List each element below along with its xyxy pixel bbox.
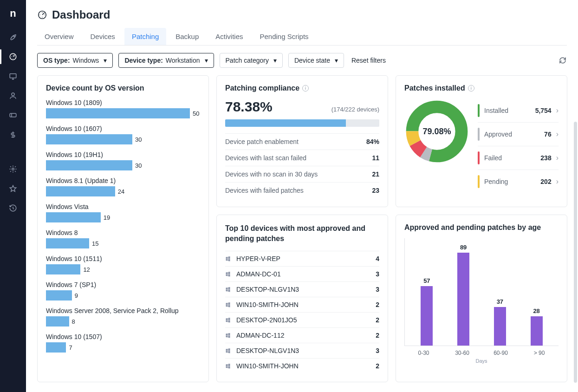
monitor-icon[interactable] [7, 71, 19, 82]
page-title: Dashboard [52, 8, 110, 21]
tab-backup[interactable]: Backup [168, 28, 206, 45]
windows-icon [225, 348, 232, 353]
os-label: Windows 8 [46, 229, 200, 236]
tab-overview[interactable]: Overview [37, 28, 81, 45]
patches-legend: Installed5,754›Approved76›Failed238›Pend… [478, 99, 559, 193]
stat-label: Device patch enablement [225, 138, 299, 145]
dashboard-title-icon [37, 10, 47, 20]
info-icon[interactable]: i [302, 85, 309, 91]
tab-pending-scripts[interactable]: Pending Scripts [252, 28, 316, 45]
os-value: 24 [118, 188, 124, 195]
os-version-row[interactable]: Windows 8.1 (Update 1)24 [46, 177, 200, 196]
refresh-icon[interactable] [559, 56, 567, 65]
legend-item-pending[interactable]: Pending202› [478, 170, 559, 193]
device-count: 3 [376, 286, 379, 293]
dollar-icon[interactable] [7, 129, 19, 140]
os-version-row[interactable]: Windows 10 (1607)30 [46, 125, 200, 144]
age-bar-chart: 57893728 0-3030-6060-90> 90 Days [404, 238, 559, 364]
compliance-percent: 78.38% [225, 99, 273, 115]
os-bar [46, 108, 190, 118]
scrollbar[interactable] [574, 122, 577, 383]
stat-label: Devices with last scan failed [225, 154, 306, 162]
device-row[interactable]: WIN10-SMITH-JOHN2 [225, 297, 379, 312]
device-row[interactable]: HYPER-V-REP4 [225, 251, 379, 266]
os-value: 12 [83, 266, 90, 273]
device-count: 2 [376, 362, 379, 370]
stat-label: Devices with no scan in 30 days [225, 170, 318, 178]
device-count: 2 [376, 301, 379, 308]
main-area: Dashboard OverviewDevicesPatchingBackupA… [26, 0, 578, 392]
filter-value: Windows [73, 57, 99, 64]
filter-patch-category[interactable]: Patch category ▾ [220, 53, 283, 68]
compliance-stat-row: Devices with failed patches23 [225, 182, 379, 198]
bar [457, 253, 469, 346]
legend-item-failed[interactable]: Failed238› [478, 146, 559, 170]
device-name: ADMAN-DC-01 [236, 270, 371, 278]
legend-item-approved[interactable]: Approved76› [478, 123, 559, 146]
info-icon[interactable]: i [468, 85, 474, 91]
compliance-stat-row: Device patch enablement84% [225, 133, 379, 150]
os-version-row[interactable]: Windows 7 (SP1)9 [46, 281, 200, 301]
os-value: 50 [193, 110, 199, 117]
device-row[interactable]: ADMAN-DC-013 [225, 266, 379, 281]
device-row[interactable]: WIN10-SMITH-JOHN2 [225, 358, 379, 373]
os-bar [46, 238, 89, 248]
device-row[interactable]: DESKTOP-NLGV1N33 [225, 343, 379, 358]
dashboard-icon[interactable] [7, 51, 19, 62]
legend-label: Pending [484, 178, 536, 185]
os-version-row[interactable]: Windows 10 (1507)7 [46, 333, 200, 353]
svg-point-3 [12, 93, 14, 96]
tab-activities[interactable]: Activities [208, 28, 250, 45]
x-tick-label: 30-60 [448, 350, 476, 356]
os-version-row[interactable]: Windows 10 (19H1)30 [46, 151, 200, 170]
compliance-device-count: (174/222 devices) [331, 106, 379, 113]
os-value: 9 [75, 292, 78, 299]
os-label: Windows 10 (1511) [46, 255, 200, 262]
os-version-row[interactable]: Windows 815 [46, 229, 200, 248]
rocket-icon[interactable] [7, 32, 19, 43]
device-name: WIN10-SMITH-JOHN [236, 362, 371, 370]
os-version-row[interactable]: Windows 10 (1809)50 [46, 99, 200, 118]
stat-value: 23 [372, 187, 379, 194]
device-count: 3 [376, 270, 379, 278]
filter-label: Device type: [124, 57, 162, 64]
legend-count: 76 [544, 131, 552, 138]
x-tick-label: 0-30 [410, 350, 438, 356]
card-title: Patches installed [404, 84, 465, 92]
filter-label: Patch category [226, 57, 269, 64]
x-axis-title: Days [404, 358, 559, 364]
tab-devices[interactable]: Devices [83, 28, 123, 45]
bar [421, 286, 433, 346]
legend-swatch [478, 175, 480, 188]
device-row[interactable]: DESKTOP-NLGV1N33 [225, 281, 379, 297]
star-icon[interactable] [7, 183, 19, 194]
legend-label: Approved [484, 131, 539, 138]
chevron-right-icon: › [556, 106, 559, 115]
ticket-icon[interactable] [7, 110, 19, 121]
stat-label: Devices with failed patches [225, 187, 304, 194]
os-value: 15 [92, 240, 98, 247]
os-label: Windows 10 (19H1) [46, 151, 200, 158]
legend-swatch [478, 128, 480, 141]
card-patches-by-age: Approved and pending patches by age 5789… [396, 215, 567, 382]
gear-icon[interactable] [7, 163, 19, 175]
tab-patching[interactable]: Patching [124, 28, 166, 45]
age-bar-column: 57 [413, 277, 441, 346]
device-row[interactable]: DESKTOP-2N01JO52 [225, 312, 379, 327]
user-icon[interactable] [7, 90, 19, 101]
windows-icon [225, 363, 232, 369]
legend-item-installed[interactable]: Installed5,754› [478, 99, 559, 123]
stat-value: 21 [372, 170, 379, 178]
history-icon[interactable] [7, 203, 19, 214]
os-version-row[interactable]: Windows 10 (1511)12 [46, 255, 200, 274]
os-version-row[interactable]: Windows Vista19 [46, 203, 200, 222]
filter-os-type[interactable]: OS type: Windows ▾ [37, 53, 113, 68]
filter-device-state[interactable]: Device state ▾ [288, 53, 344, 68]
device-row[interactable]: ADMAN-DC-1122 [225, 327, 379, 343]
filter-device-type[interactable]: Device type: Workstation ▾ [118, 53, 214, 68]
reset-filters-link[interactable]: Reset filters [351, 57, 386, 64]
os-label: Windows 10 (1607) [46, 125, 200, 132]
compliance-stat-row: Devices with last scan failed11 [225, 150, 379, 166]
os-version-row[interactable]: Windows Server 2008, Service Pack 2, Rol… [46, 307, 200, 327]
bar-value: 57 [423, 277, 430, 284]
